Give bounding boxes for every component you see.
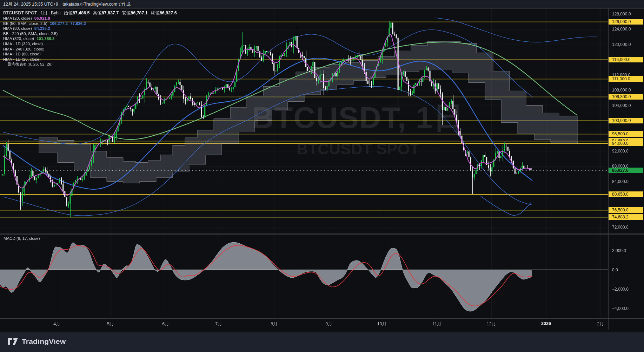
- legend-row-6[interactable]: HMA · 240 (320, close): [3, 47, 177, 52]
- time-axis[interactable]: 4月5月6月7月8月9月10月11月12月20262月: [0, 320, 644, 329]
- legend-row-5[interactable]: HMA · 1D (320, close): [3, 41, 177, 47]
- time-label: 8月: [271, 321, 277, 327]
- legend-label[interactable]: HMA · 240 (320, close): [3, 47, 45, 51]
- ohlc-value: 86,787.1: [131, 11, 148, 15]
- time-label: 12月: [487, 321, 496, 327]
- legend-label[interactable]: BB · 240 (50, SMA, close, 2.5): [3, 32, 58, 36]
- tradingview-logo-text: TradingView: [22, 337, 66, 346]
- legend-row-3[interactable]: BB · 240 (50, SMA, close, 2.5): [3, 31, 177, 36]
- tradingview-logo-icon: [8, 337, 18, 346]
- legend-row-8[interactable]: HMA · 1D (20, close): [3, 57, 177, 62]
- exchange-name: Bybit: [51, 11, 61, 15]
- legend-row-7[interactable]: HMA · 1D (80, close): [3, 52, 177, 57]
- tradingview-logo[interactable]: TradingView: [8, 337, 66, 346]
- legend-row-9[interactable]: 一目均衡表® (9, 26, 52, 26): [3, 62, 177, 67]
- ohlc-label: 安値: [122, 11, 131, 15]
- legend-row-0[interactable]: HMA (20, close)86,921.8: [3, 16, 177, 21]
- legend-label[interactable]: HMA (80, close): [3, 26, 32, 31]
- time-label: 11月: [432, 321, 441, 327]
- ohlc-value: 87,486.5: [73, 11, 90, 15]
- legend-value: 86,921.8: [34, 16, 50, 20]
- time-label: 2月: [597, 321, 604, 327]
- macd-legend[interactable]: MACD (9, 17, close): [4, 236, 40, 241]
- time-label: 4月: [53, 321, 60, 327]
- legend-row-2[interactable]: HMA (80, close)84,235.2: [3, 26, 177, 31]
- footer-bar: TradingView: [0, 332, 644, 352]
- legend-label[interactable]: BB (50, SMA, close, 2.5): [3, 21, 47, 26]
- legend-value: 101,359.3: [36, 36, 54, 41]
- legend-label[interactable]: HMA (20, close): [3, 16, 32, 20]
- time-label: 2026: [541, 321, 551, 326]
- legend-label[interactable]: HMA · 1D (80, close): [3, 52, 41, 56]
- time-label: 7月: [215, 321, 222, 327]
- legend-row-1[interactable]: BB (50, SMA, close, 2.5)106,277.277,836.…: [3, 21, 177, 26]
- ohlc-value: 86,927.6: [160, 11, 177, 15]
- ohlc-value: 87,837.7: [102, 11, 119, 15]
- legend-value: 106,277.2: [50, 21, 68, 26]
- legend-label[interactable]: HMA (320, close): [3, 36, 34, 41]
- ohlc-label: 始値: [64, 11, 73, 15]
- timeframe[interactable]: 1日: [40, 11, 47, 15]
- time-label: 6月: [162, 321, 169, 327]
- tradingview-chart-window: 12月 24, 2025 15:35 UTC+9、takatabaがTradin…: [0, 0, 644, 352]
- legend-label[interactable]: HMA · 1D (320, close): [3, 42, 43, 46]
- legend-label[interactable]: 一目均衡表® (9, 26, 52, 26): [3, 62, 53, 66]
- legend-value: 77,836.2: [70, 21, 86, 26]
- ohlc-label: 終値: [151, 11, 160, 15]
- time-label: 9月: [325, 321, 332, 327]
- legend-row-4[interactable]: HMA (320, close)101,359.3: [3, 36, 177, 41]
- symbol-header-row[interactable]: BTCUSDT SPOT·1日·Bybit始値87,486.5高値87,837.…: [3, 10, 177, 16]
- symbol-name[interactable]: BTCUSDT SPOT: [3, 11, 37, 15]
- time-label: 10月: [377, 321, 386, 327]
- ohlc-label: 高値: [93, 11, 102, 15]
- indicator-legend[interactable]: BTCUSDT SPOT·1日·Bybit始値87,486.5高値87,837.…: [3, 10, 177, 67]
- time-label: 5月: [107, 321, 114, 327]
- legend-label[interactable]: HMA · 1D (20, close): [3, 57, 41, 61]
- legend-value: 84,235.2: [34, 26, 50, 31]
